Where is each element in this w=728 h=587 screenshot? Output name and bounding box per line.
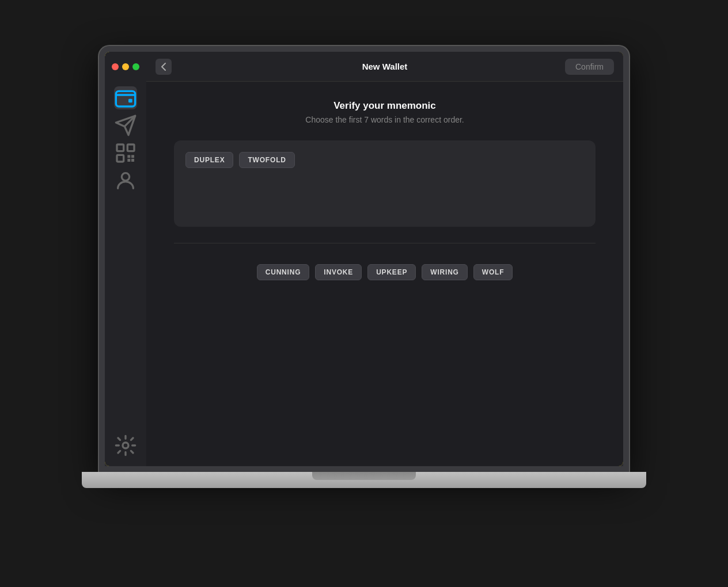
header-title: New Wallet [362, 62, 408, 71]
word-option-wiring[interactable]: WIRING [422, 264, 467, 280]
divider [174, 243, 596, 243]
laptop-notch [312, 472, 416, 480]
traffic-lights [112, 61, 139, 70]
sidebar [105, 52, 146, 466]
svg-rect-0 [116, 91, 135, 106]
svg-rect-6 [131, 159, 134, 162]
svg-rect-2 [117, 144, 124, 151]
traffic-light-red[interactable] [112, 63, 119, 70]
confirm-button[interactable]: Confirm [565, 59, 614, 75]
word-option-wolf[interactable]: WOLF [473, 264, 513, 280]
sidebar-item-contact[interactable] [114, 169, 137, 192]
svg-rect-4 [117, 155, 124, 162]
selected-words-area: DUPLEX TWOFOLD [174, 140, 596, 227]
traffic-light-yellow[interactable] [122, 63, 129, 70]
traffic-light-green[interactable] [132, 63, 139, 70]
sidebar-item-settings[interactable] [114, 434, 137, 457]
verify-subtitle: Choose the first 7 words in the correct … [305, 115, 464, 124]
sidebar-item-wallet[interactable] [114, 86, 137, 109]
svg-rect-3 [127, 144, 134, 151]
sidebar-item-qr[interactable] [114, 142, 137, 165]
sidebar-item-send[interactable] [114, 114, 137, 137]
svg-point-10 [123, 443, 128, 448]
header: New Wallet Confirm [146, 52, 623, 82]
verify-section: Verify your mnemonic Choose the first 7 … [305, 100, 464, 124]
word-option-cunning[interactable]: CUNNING [257, 264, 310, 280]
word-options-area: CUNNING INVOKE UPKEEP WIRING WOLF [174, 260, 596, 285]
verify-title: Verify your mnemonic [305, 100, 464, 112]
main-content: New Wallet Confirm Verify your mnemonic … [146, 52, 623, 466]
svg-rect-8 [127, 159, 130, 162]
word-option-upkeep[interactable]: UPKEEP [367, 264, 416, 280]
selected-word-twofold[interactable]: TWOFOLD [239, 152, 294, 168]
svg-point-9 [122, 173, 129, 181]
body-content: Verify your mnemonic Choose the first 7 … [146, 82, 623, 466]
svg-rect-5 [127, 155, 130, 158]
laptop-base [82, 472, 646, 488]
svg-rect-1 [128, 99, 132, 103]
back-button[interactable] [156, 59, 172, 75]
svg-rect-7 [131, 155, 134, 158]
selected-word-duplex[interactable]: DUPLEX [185, 152, 233, 168]
word-option-invoke[interactable]: INVOKE [315, 264, 362, 280]
